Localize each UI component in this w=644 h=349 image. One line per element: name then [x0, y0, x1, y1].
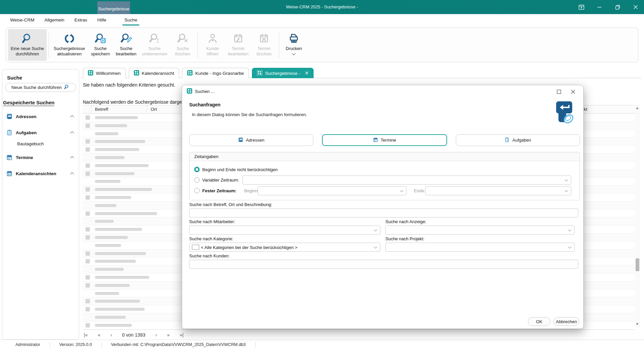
maximize-icon[interactable]	[555, 88, 562, 95]
redacted-row-text	[95, 188, 152, 191]
status-user: Administrator	[6, 342, 50, 347]
redacted-row-text	[95, 228, 142, 231]
ribbon-new-search-button[interactable]: Eine neue Suchedurchführen	[8, 29, 47, 61]
menu-extras[interactable]: Extras	[74, 14, 88, 26]
redacted-row-text	[95, 268, 124, 271]
kunden-search-input[interactable]	[189, 260, 578, 269]
ribbon-label: Eine neue Suche	[11, 46, 44, 51]
column-header-ort[interactable]: Ort	[151, 107, 157, 112]
new-search-label: Neue Suche durchführen	[11, 85, 62, 90]
variable-range-combobox[interactable]	[243, 176, 571, 185]
scroll-up-icon[interactable]	[636, 107, 639, 109]
ribbon-save-search-button[interactable]: Suchespeichern	[88, 29, 113, 61]
ok-button[interactable]: OK	[528, 317, 550, 326]
radio-icon[interactable]	[194, 188, 200, 193]
window-title: Weise-CRM 2025 - Suchergebnisse -	[0, 4, 644, 9]
kunden-label: Suche nach Kunden:	[189, 253, 230, 258]
calendar-delete-icon	[258, 31, 270, 46]
betreff-search-input[interactable]	[189, 208, 578, 217]
ende-combobox[interactable]	[425, 186, 571, 195]
radio-row-fixed-range[interactable]: Fester Zeitraum:	[194, 188, 236, 193]
chevron-up-icon[interactable]	[70, 115, 74, 119]
minimize-icon[interactable]	[594, 2, 604, 12]
tab-willkommen[interactable]: Willkommen	[83, 68, 126, 78]
menu-suche[interactable]: Suche	[124, 14, 138, 26]
close-icon[interactable]	[631, 2, 641, 12]
tab-kalenderansicht[interactable]: Kalenderansicht	[129, 68, 179, 78]
radio-row-no-dates[interactable]: Beginn und Ende nicht berücksichtigen	[194, 167, 278, 172]
sidebar-group-adressen[interactable]: Adressen	[2, 112, 79, 120]
sidebar-group-aufgaben[interactable]: Aufgaben	[2, 129, 79, 137]
redacted-row-icon	[86, 275, 90, 280]
redacted-row-text	[95, 148, 139, 151]
results-table-bottom-divider	[83, 330, 635, 330]
scroll-down-icon[interactable]	[636, 323, 639, 325]
mitarbeiter-combobox[interactable]	[189, 226, 380, 235]
close-icon[interactable]	[305, 71, 309, 76]
dialog-tab-adressen[interactable]: Adressen	[189, 134, 313, 146]
dialog-entity-tabs: Adressen Termine Aufgaben	[189, 134, 580, 146]
ribbon-delete-search-button[interactable]: Suchelöschen	[170, 29, 196, 61]
new-search-button[interactable]: Neue Suche durchführen	[5, 83, 76, 92]
column-divider	[91, 105, 92, 113]
menu-allgemein[interactable]: Allgemein	[44, 14, 65, 26]
anzeige-label: Suche nach Anzeige:	[385, 219, 426, 224]
dialog-tab-aufgaben[interactable]: Aufgaben	[456, 134, 580, 146]
ribbon-rename-search-button[interactable]: Sucheumbenennen	[139, 29, 170, 61]
sidebar-group-termine[interactable]: Termine	[2, 153, 79, 161]
chevron-up-icon[interactable]	[70, 156, 74, 160]
tab-kunde-ingo-grasnarbe[interactable]: Kunde - Ingo Grasnarbe	[182, 68, 249, 78]
ribbon-label: Drucken	[286, 46, 302, 51]
radio-label: Variabler Zeitraum:	[202, 178, 239, 183]
next-page-icon[interactable]: ›	[155, 332, 157, 338]
sidebar-group-label: Kalenderansichten	[16, 171, 56, 176]
restore-icon[interactable]	[612, 2, 623, 12]
first-page-icon[interactable]: |«	[84, 332, 88, 338]
ribbon-display-options-icon[interactable]	[576, 2, 586, 12]
last-page-icon[interactable]: »|	[180, 332, 183, 338]
radio-selected-icon[interactable]	[194, 167, 200, 172]
forward-icon[interactable]: »	[167, 332, 170, 338]
radio-icon[interactable]	[194, 177, 200, 183]
chevron-up-icon[interactable]	[70, 172, 74, 176]
column-header-betreff[interactable]: Betreff	[95, 107, 108, 112]
category-color-swatch	[192, 245, 199, 250]
chevron-down-icon	[374, 228, 377, 232]
vertical-scrollbar[interactable]	[635, 105, 640, 327]
projekt-combobox[interactable]	[385, 243, 575, 252]
ribbon-separator	[198, 32, 198, 58]
sidebar-item-bautagebuch[interactable]: Bautagebuch	[17, 141, 74, 146]
redacted-row-icon	[86, 195, 90, 200]
close-icon[interactable]	[569, 88, 577, 95]
dialog-title-bar[interactable]: Suchen ...	[182, 85, 583, 97]
betreff-search-label: Suche nach Betreff, Ort und Beschreibung…	[189, 202, 272, 207]
sidebar-group-kalenderansichten[interactable]: Kalenderansichten	[2, 169, 79, 178]
cancel-button[interactable]: Abbrechen	[553, 317, 579, 326]
previous-page-icon[interactable]: ‹	[110, 332, 112, 338]
ribbon-open-customer-button[interactable]: Kundeöffnen	[200, 29, 225, 61]
rewind-icon[interactable]: «	[98, 332, 100, 338]
kategorie-combobox[interactable]: < Alle Kategorien bei der Suche berücksi…	[189, 243, 380, 252]
dialog-tab-termine[interactable]: Termine	[322, 134, 447, 146]
ribbon-edit-appointment-button[interactable]: Terminbearbeiten	[225, 29, 251, 61]
scrollbar-thumb[interactable]	[636, 258, 639, 271]
ribbon-edit-search-button[interactable]: Suchebearbeiten	[113, 29, 139, 61]
redacted-row-text	[95, 172, 135, 175]
ribbon-print-button[interactable]: Drucken	[281, 29, 307, 61]
person-icon	[207, 31, 219, 46]
redacted-row-text	[95, 164, 149, 167]
tab-suchergebnisse[interactable]: Suchergebnisse -	[252, 68, 314, 78]
radio-row-variable-range[interactable]: Variabler Zeitraum:	[194, 177, 239, 183]
results-subintro-text: Nachfolgend werden die Suchergebnisse da…	[83, 99, 193, 105]
anzeige-combobox[interactable]	[385, 226, 575, 235]
beginn-combobox[interactable]	[258, 186, 407, 195]
menu-weise-crm[interactable]: Weise-CRM	[9, 14, 35, 26]
ribbon-refresh-results-button[interactable]: Suchergebnisseaktualisieren	[51, 29, 88, 61]
redacted-row-icon	[86, 259, 90, 263]
redacted-row-icon	[86, 251, 90, 256]
menu-hilfe[interactable]: Hilfe	[97, 14, 107, 26]
ribbon-delete-appointment-button[interactable]: Terminlöschen	[251, 29, 277, 61]
chevron-up-icon[interactable]	[70, 131, 74, 135]
chevron-down-icon	[292, 51, 296, 55]
ribbon-label: Termin	[232, 46, 245, 51]
